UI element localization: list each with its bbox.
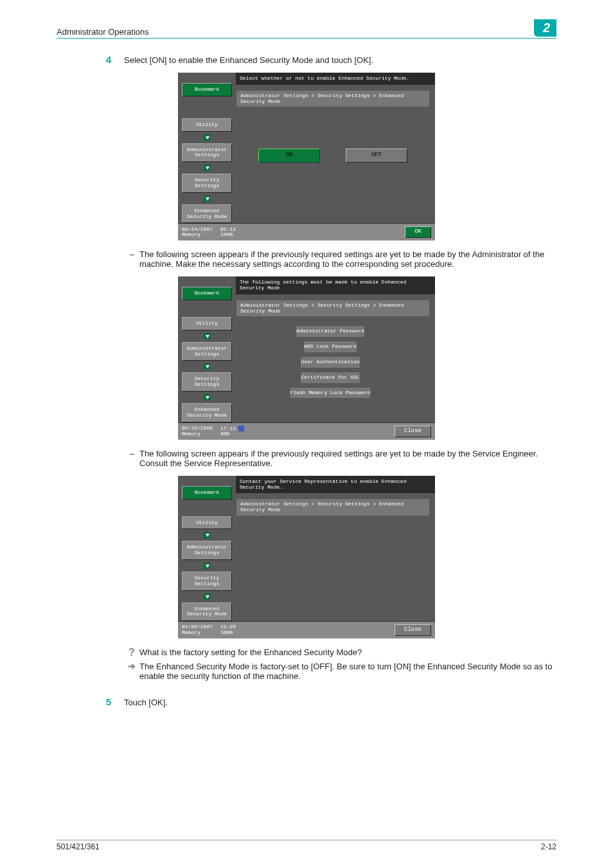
required-item: Certificate for SSL [300, 372, 360, 384]
faq-question-text: What is the factory setting for the Enha… [139, 647, 556, 657]
note-text: The following screen appears if the prev… [139, 449, 556, 468]
status-time: 17:13 [220, 425, 236, 431]
screenshot-enhanced-security-onoff: Bookmark Utility Administrator Settings … [178, 73, 435, 240]
chapter-number: 2 [534, 19, 556, 37]
step-4: 4 Select [ON] to enable the Enhanced Sec… [57, 54, 556, 65]
question-icon: ? [124, 647, 139, 658]
nav-utility[interactable]: Utility [182, 317, 232, 330]
step-number: 5 [57, 696, 124, 707]
status-mem-label: Memory [182, 431, 213, 437]
status-mem: 90% [220, 431, 244, 437]
faq-answer: ➔ The Enhanced Security Mode is factory-… [124, 662, 556, 681]
nav-security-settings[interactable]: Security Settings [182, 372, 232, 392]
bookmark-button[interactable]: Bookmark [182, 287, 232, 300]
step-5: 5 Touch [OK]. [57, 696, 556, 707]
nav-admin-settings[interactable]: Administrator Settings [182, 342, 232, 361]
arrow-down-icon [204, 532, 210, 538]
screenshot-required-settings-admin: Bookmark Utility Administrator Settings … [178, 276, 435, 440]
footer-model: 501/421/361 [57, 842, 100, 851]
bookmark-button[interactable]: Bookmark [182, 486, 232, 500]
arrow-down-icon [204, 333, 210, 339]
faq-question: ? What is the factory setting for the En… [124, 647, 556, 658]
nav-utility[interactable]: Utility [182, 516, 232, 530]
footer-page: 2-12 [541, 842, 556, 851]
close-button[interactable]: Close [395, 624, 431, 636]
required-item: Flash Memory Lock Password [290, 387, 371, 399]
required-item: Administrator Password [296, 325, 365, 338]
screen-message: The following settings must be made to e… [236, 276, 435, 294]
required-item: HDD Lock Password [303, 341, 357, 353]
page-header: Administrator Operations 2 [57, 19, 556, 39]
status-mem-label: Memory [182, 232, 213, 238]
status-mem-label: Memory [182, 630, 213, 636]
breadcrumb: Administrator Settings > Security Settin… [236, 498, 430, 516]
nav-security-settings[interactable]: Security Settings [182, 174, 232, 193]
nav-enhanced-security[interactable]: Enhanced Security Mode [182, 403, 232, 422]
breadcrumb: Administrator Settings > Security Settin… [236, 300, 430, 318]
dash-icon: – [124, 249, 139, 269]
nav-admin-settings[interactable]: Administrator Settings [182, 541, 232, 560]
page-footer: 501/421/361 2-12 [57, 840, 556, 851]
step-text: Touch [OK]. [124, 696, 556, 707]
arrow-down-icon [204, 363, 210, 370]
arrow-down-icon [204, 563, 210, 569]
safety-icon [238, 426, 244, 431]
step-number: 4 [57, 54, 124, 65]
on-button[interactable]: ON [258, 149, 320, 163]
required-item: User Authentication [300, 356, 360, 368]
screen-message: Select whether or not to enable Enhanced… [236, 73, 435, 85]
off-button[interactable]: OFF [346, 149, 407, 163]
arrow-down-icon [204, 165, 210, 171]
status-mem: 100% [220, 232, 236, 238]
nav-admin-settings[interactable]: Administrator Settings [182, 143, 232, 163]
faq-answer-text: The Enhanced Security Mode is factory-se… [139, 662, 556, 681]
breadcrumb: Administrator Settings > Security Settin… [236, 90, 430, 108]
nav-utility[interactable]: Utility [182, 118, 232, 132]
status-mem: 100% [220, 630, 236, 636]
arrow-right-icon: ➔ [124, 662, 139, 671]
note-text: The following screen appears if the prev… [139, 249, 556, 269]
screen-message: Contact your Service Representative to e… [236, 476, 435, 494]
ok-button[interactable]: OK [405, 226, 431, 238]
arrow-down-icon [204, 195, 210, 202]
bookmark-button[interactable]: Bookmark [182, 83, 232, 96]
nav-security-settings[interactable]: Security Settings [182, 572, 232, 591]
close-button[interactable]: Close [395, 426, 431, 437]
note-admin-required: – The following screen appears if the pr… [124, 249, 556, 269]
nav-enhanced-security[interactable]: Enhanced Security Mode [182, 602, 232, 622]
dash-icon: – [124, 449, 139, 468]
nav-enhanced-security[interactable]: Enhanced Security Mode [182, 204, 232, 224]
note-service-required: – The following screen appears if the pr… [124, 449, 556, 468]
arrow-down-icon [204, 134, 210, 141]
screenshot-contact-service: Bookmark Utility Administrator Settings … [178, 476, 435, 638]
arrow-down-icon [204, 394, 210, 401]
step-text: Select [ON] to enable the Enhanced Secur… [124, 54, 556, 65]
header-title: Administrator Operations [57, 27, 149, 37]
arrow-down-icon [204, 593, 210, 600]
